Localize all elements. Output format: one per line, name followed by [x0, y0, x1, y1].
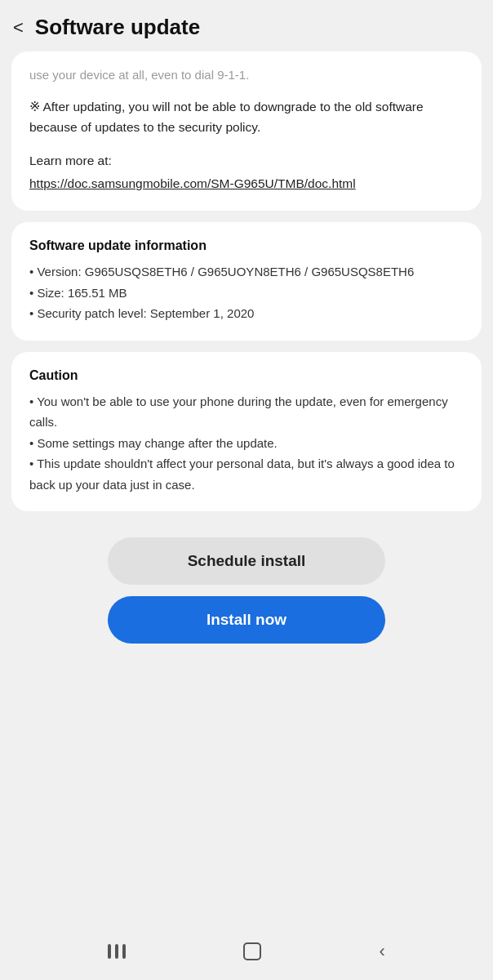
back-button[interactable]: < [13, 19, 24, 37]
back-nav-icon[interactable]: ‹ [380, 941, 385, 962]
update-security-patch: • Security patch level: September 1, 202… [29, 303, 464, 324]
nav-bar: ‹ [0, 923, 493, 980]
caution-card: Caution • You won't be able to use your … [11, 352, 482, 512]
button-area: Schedule install Install now [11, 523, 482, 660]
recent-apps-icon[interactable] [108, 944, 126, 959]
schedule-install-button[interactable]: Schedule install [108, 537, 385, 585]
caution-title: Caution [29, 368, 464, 383]
install-now-button[interactable]: Install now [108, 596, 385, 644]
caution-item-1: • You won't be able to use your phone du… [29, 391, 464, 433]
warning-card: use your device at all, even to dial 9-1… [11, 51, 482, 211]
home-icon[interactable] [243, 942, 261, 960]
learn-more-label: Learn more at: [29, 151, 464, 172]
faded-top-text: use your device at all, even to dial 9-1… [29, 66, 464, 85]
caution-item-2: • Some settings may change after the upd… [29, 433, 464, 454]
update-info-title: Software update information [29, 238, 464, 253]
update-size: • Size: 165.51 MB [29, 283, 464, 304]
warning-text: ※ After updating, you will not be able t… [29, 96, 464, 138]
page-title: Software update [35, 15, 200, 40]
content-area: use your device at all, even to dial 9-1… [0, 51, 493, 660]
update-info-card: Software update information • Version: G… [11, 222, 482, 341]
caution-item-3: • This update shouldn't affect your pers… [29, 453, 464, 495]
update-version: • Version: G965USQS8ETH6 / G965UOYN8ETH6… [29, 261, 464, 283]
header: < Software update [0, 0, 493, 51]
learn-more-link[interactable]: https://doc.samsungmobile.com/SM-G965U/T… [29, 176, 356, 190]
